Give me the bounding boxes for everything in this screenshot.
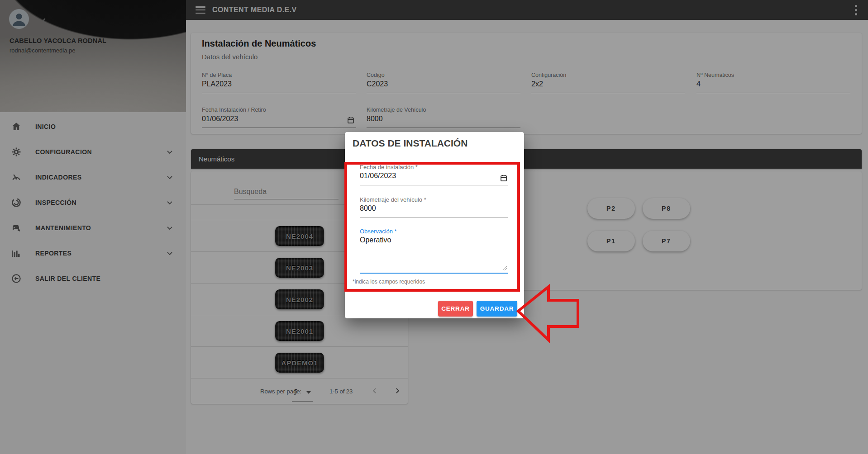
modal-kilometraje-field[interactable]: Kilometraje del vehículo * 8000 xyxy=(360,196,508,218)
modal-observacion-textarea[interactable]: Observación * Operativo xyxy=(360,228,508,274)
screen: CABELLO YACOLCA RODNAL rodnal@contentmed… xyxy=(0,0,868,454)
guardar-button[interactable]: GUARDAR xyxy=(477,301,517,317)
cerrar-button[interactable]: CERRAR xyxy=(438,301,473,317)
resize-handle-icon[interactable] xyxy=(502,265,507,271)
modal-fecha-instalacion-field[interactable]: Fecha de instalación * 01/06/2023 xyxy=(360,164,508,185)
required-fields-note: *indica los campos requeridos xyxy=(353,279,425,285)
installation-modal: DATOS DE INSTALACIÓN Fecha de instalació… xyxy=(345,132,524,318)
modal-title: DATOS DE INSTALACIÓN xyxy=(353,138,467,149)
calendar-icon[interactable] xyxy=(500,174,508,182)
